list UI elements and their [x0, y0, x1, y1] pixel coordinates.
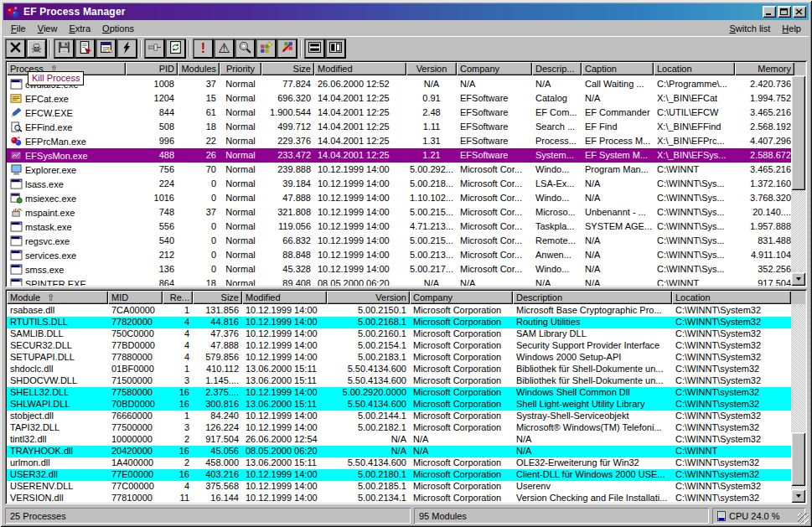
column-header-modified[interactable]: Modified [242, 291, 327, 304]
process-modules: 0 [178, 248, 220, 262]
module-ref: 4 [163, 481, 193, 493]
column-header-version[interactable]: Version [327, 291, 410, 304]
process-version: 1.11 [406, 120, 457, 134]
update-button[interactable] [116, 39, 137, 59]
goto-module-button[interactable] [277, 39, 297, 59]
module-row[interactable]: SHELL32.DLL77580000162.375....10.12.1999… [7, 387, 791, 399]
column-header-description[interactable]: Description [513, 291, 672, 304]
find-module-button[interactable] [256, 39, 277, 59]
process-row[interactable]: EFFind.exe50818Normal499.71214.04.2001 1… [7, 120, 791, 134]
menu-view[interactable]: View [32, 22, 64, 35]
process-row[interactable]: SPINTER.EXE86418Normal89.40808.05.2000 0… [7, 276, 791, 286]
minimize-button[interactable] [763, 6, 776, 18]
process-name-cell: msiexec.exe [7, 191, 126, 205]
column-header-re[interactable]: Re... [163, 291, 193, 304]
refresh-button[interactable] [165, 39, 186, 59]
properties-button[interactable] [96, 39, 116, 59]
module-row[interactable]: SAMLIB.DLL750C0000447.37610.12.1999 14:0… [7, 328, 791, 340]
process-row[interactable]: EFSysMon.exe48826Normal233.47214.04.2001… [7, 148, 791, 163]
module-row[interactable]: urlmon.dll1A4000002458.00013.06.2000 15:… [7, 457, 791, 469]
module-row[interactable]: rsabase.dll7CA000001131.85610.12.1999 14… [7, 305, 791, 317]
column-header-pid[interactable]: PID [126, 62, 178, 75]
horizontal-layout-button[interactable] [304, 39, 325, 59]
scroll-down-icon[interactable] [791, 272, 805, 286]
kill-process-button[interactable]: ☠ [26, 39, 47, 59]
warning-button[interactable]: ⚠ [214, 39, 235, 59]
column-header-priority[interactable]: Priority [220, 62, 261, 75]
process-caption: EF Find [582, 120, 654, 134]
module-row[interactable]: TRAYHOOK.dll204200001645.05608.05.2000 0… [7, 446, 791, 457]
scroll-down-icon[interactable] [791, 489, 805, 503]
pin-icon [147, 40, 162, 57]
module-row[interactable]: SHDOCVW.DLL7150000031.145....13.06.2000 … [7, 375, 791, 387]
process-pid: 748 [126, 205, 178, 220]
module-row[interactable]: SETUPAPI.DLL778800004579.85610.12.1999 1… [7, 352, 791, 364]
column-header-location[interactable]: Location [654, 62, 735, 75]
menu-help[interactable]: Help [776, 22, 807, 35]
menu-bar: FileViewExtraOptions Switch listHelp [3, 20, 809, 36]
window-icon [10, 79, 23, 90]
column-header-memory[interactable]: Memory [735, 62, 794, 75]
priority-button[interactable]: ! [193, 39, 214, 59]
module-mid: 77810000 [108, 493, 163, 503]
module-row[interactable]: stobject.dll76660000184.24010.12.1999 14… [7, 411, 791, 422]
column-header-company[interactable]: Company [410, 291, 513, 304]
module-row[interactable]: VERSION.dll778100001116.14410.12.1999 14… [7, 493, 791, 503]
process-modified: 10.12.1999 14:00 [314, 262, 406, 276]
process-scrollbar[interactable] [791, 62, 805, 286]
report-button[interactable] [75, 39, 96, 59]
process-row[interactable]: services.exe2120Normal88.84810.12.1999 1… [7, 248, 791, 262]
module-scroll-thumb[interactable] [791, 432, 805, 486]
menu-switch-list[interactable]: Switch list [723, 22, 776, 35]
module-row[interactable]: SHLWAPI.DLL70BD000016300.81613.06.2000 1… [7, 399, 791, 411]
vertical-layout-button[interactable] [325, 39, 346, 59]
close-button[interactable] [793, 6, 806, 18]
column-header-version[interactable]: Version [406, 62, 457, 75]
module-ref: 16 [163, 387, 193, 399]
exit-button[interactable] [5, 39, 26, 59]
module-row[interactable]: TAPI32.DLL775000003126.22410.12.1999 14:… [7, 422, 791, 434]
column-header-location[interactable]: Location [672, 291, 791, 304]
process-row[interactable]: EFCW.EXE84461Normal1.900.54414.04.2001 1… [7, 106, 791, 120]
column-header-module[interactable]: Module⇧ [7, 291, 108, 304]
menu-extra[interactable]: Extra [63, 22, 96, 35]
process-name: EFFind.exe [25, 121, 72, 134]
process-scroll-thumb[interactable] [791, 75, 805, 190]
module-scrollbar[interactable] [791, 291, 805, 503]
column-header-size[interactable]: Size [193, 291, 242, 304]
process-row[interactable]: EFCat.exe120415Normal696.32014.04.2001 1… [7, 91, 791, 106]
module-row[interactable]: shdoclc.dll01BF00001410.11213.06.2000 15… [7, 364, 791, 375]
title-bar[interactable]: EF Process Manager [3, 3, 809, 20]
menu-options[interactable]: Options [96, 22, 140, 35]
save-button[interactable] [54, 39, 75, 59]
column-header-modified[interactable]: Modified [314, 62, 406, 75]
module-row[interactable]: RTUTILS.DLL77820000444.81610.12.1999 14:… [7, 317, 791, 328]
app-window: EF Process Manager FileViewExtraOptions … [0, 0, 812, 527]
column-header-mid[interactable]: MID [108, 291, 163, 304]
process-row[interactable]: smss.exe1360Normal45.32810.12.1999 14:00… [7, 262, 791, 276]
module-row[interactable]: tintl32.dll100000002917.50426.06.2000 12… [7, 434, 791, 446]
module-row[interactable]: USERENV.DLL77C000004375.56810.12.1999 14… [7, 481, 791, 493]
module-row[interactable]: USER32.dll77E0000016403.21610.12.1999 14… [7, 469, 791, 481]
column-header-company[interactable]: Company [457, 62, 532, 75]
search-button[interactable] [235, 39, 256, 59]
module-description: Windows Shell Common Dll [513, 387, 672, 399]
process-row[interactable]: msiexec.exe10160Normal47.88810.12.1999 1… [7, 191, 791, 205]
process-row[interactable]: mstask.exe5560Normal119.05610.12.1999 14… [7, 220, 791, 234]
column-header-caption[interactable]: Caption [582, 62, 654, 75]
module-row[interactable]: SECUR32.DLL77BD0000447.88810.12.1999 14:… [7, 340, 791, 352]
maximize-button[interactable] [778, 6, 791, 18]
process-row[interactable]: EFPrcMan.exe99622Normal229.37614.04.2001… [7, 134, 791, 148]
process-row[interactable]: mspaint.exe74837Normal321.80810.12.1999 … [7, 205, 791, 220]
process-row[interactable]: Explorer.exe75670Normal239.88810.12.1999… [7, 163, 791, 177]
column-header-modules[interactable]: Modules [178, 62, 220, 75]
column-header-size[interactable]: Size [261, 62, 314, 75]
stay-on-top-button[interactable] [144, 39, 165, 59]
process-row[interactable]: regsvc.exe5400Normal66.83210.12.1999 14:… [7, 234, 791, 248]
column-header-descrip[interactable]: Descrip... [532, 62, 582, 75]
menu-file[interactable]: File [5, 22, 32, 35]
module-name: RTUTILS.DLL [7, 317, 108, 328]
process-row[interactable]: lsass.exe2240Normal39.18410.12.1999 14:0… [7, 177, 791, 191]
process-row[interactable]: cwdial32.exe100837Normal77.82426.06.2000… [7, 77, 791, 91]
resize-grip[interactable] [798, 513, 809, 524]
